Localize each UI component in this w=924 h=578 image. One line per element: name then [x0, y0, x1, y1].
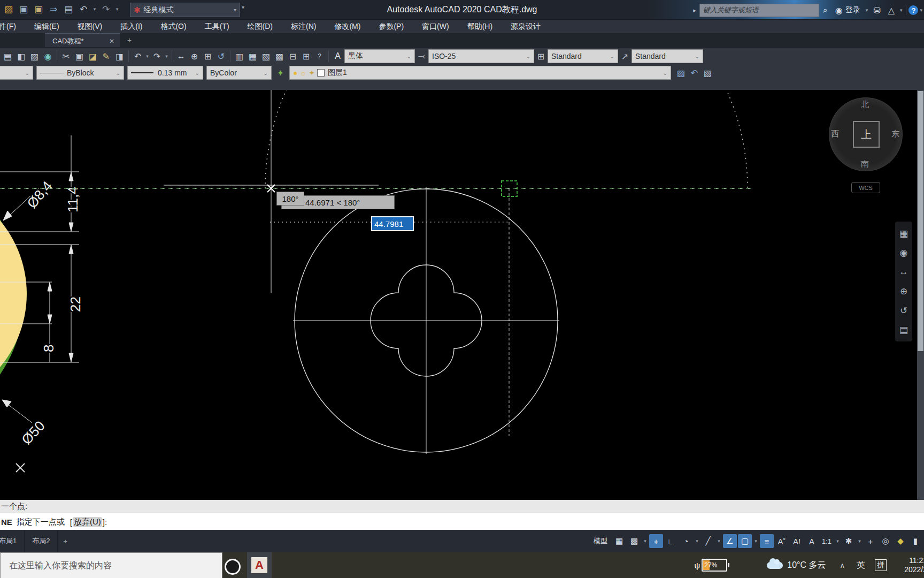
layer-properties-icon[interactable]: ✦: [274, 66, 287, 80]
workspace-switcher[interactable]: ✱ 经典模式 ▾: [130, 3, 240, 17]
undo-dropdown[interactable]: ▾: [92, 2, 97, 16]
app-store-cart-icon[interactable]: ⛁: [873, 5, 880, 16]
close-icon[interactable]: ✕: [109, 37, 120, 45]
menu-edit[interactable]: 编辑(E): [25, 20, 68, 34]
undo-icon[interactable]: ↶: [131, 49, 144, 63]
help-icon[interactable]: ?: [908, 5, 918, 15]
collapse-arrow-icon[interactable]: ▸: [693, 7, 696, 14]
menu-format[interactable]: 格式(O): [151, 20, 195, 34]
signin-dropdown-icon[interactable]: ▾: [866, 7, 868, 13]
wcs-badge[interactable]: WCS: [851, 182, 880, 193]
customization-dropdown[interactable]: ▾: [857, 534, 863, 548]
ortho-icon[interactable]: ∟: [664, 534, 678, 548]
menu-window[interactable]: 窗口(W): [413, 20, 458, 34]
table-style-dropdown[interactable]: Standard⌄: [548, 49, 618, 63]
menu-help[interactable]: 帮助(H): [458, 20, 502, 34]
layer-on-bulb-icon[interactable]: ●: [293, 69, 297, 77]
weather-widget[interactable]: 10°C 多云: [787, 560, 826, 571]
isodraft-dropdown[interactable]: ▾: [716, 534, 722, 548]
viewcube[interactable]: 北 西 东 南 上: [829, 97, 903, 171]
model-space-button[interactable]: 模型: [589, 534, 612, 548]
cortana-icon[interactable]: [225, 559, 241, 575]
polar-dropdown[interactable]: ▾: [694, 534, 700, 548]
redo-icon[interactable]: ↷: [150, 49, 164, 63]
menu-tools[interactable]: 工具(T): [196, 20, 238, 34]
dim-style-dropdown[interactable]: ISO-25⌄: [428, 49, 534, 63]
viewcube-top-face[interactable]: 上: [853, 121, 880, 148]
file-tab[interactable]: CAD教程* ✕: [45, 33, 120, 48]
osnap-icon[interactable]: ▢: [738, 534, 752, 548]
search-button[interactable]: ⌕: [823, 5, 828, 15]
crosshair-size-icon[interactable]: +: [864, 534, 877, 548]
menu-parametric[interactable]: 参数(P): [369, 20, 413, 34]
redo-icon[interactable]: ↷: [99, 2, 112, 16]
osnap-tracking-icon[interactable]: ∠: [723, 534, 737, 548]
plot-icon[interactable]: ▤: [62, 2, 75, 16]
layer-dropdown[interactable]: ● ☼ ✦ 图层1 ⌄: [289, 66, 671, 80]
tab-layout2[interactable]: 布局2: [25, 530, 58, 552]
customization-icon[interactable]: ✱: [842, 534, 856, 548]
design-center-icon[interactable]: ▦: [246, 49, 259, 63]
dynamic-input-icon[interactable]: +: [649, 534, 663, 548]
menu-yuanquan[interactable]: 源泉设计: [502, 20, 550, 34]
snap-icon[interactable]: ▩: [627, 534, 641, 548]
menu-view[interactable]: 视图(V): [68, 20, 112, 34]
snap-dropdown[interactable]: ▾: [642, 534, 648, 548]
zoom-realtime-icon[interactable]: ⊕: [188, 49, 201, 63]
taskbar-autocad-button[interactable]: A: [247, 552, 272, 578]
infocenter-search-input[interactable]: 键入关键字或短语: [699, 4, 819, 17]
help-dropdown-icon[interactable]: ▾: [920, 7, 922, 13]
export-icon[interactable]: ⇒: [47, 2, 60, 16]
menu-insert[interactable]: 插入(I): [111, 20, 151, 34]
help-icon[interactable]: ?: [313, 49, 326, 63]
properties-palette-icon[interactable]: ▥: [233, 49, 246, 63]
mleader-style-dropdown[interactable]: Standard⌄: [632, 49, 703, 63]
annotation-scale-value[interactable]: 1:1: [820, 534, 834, 548]
ime-language-indicator[interactable]: 英: [857, 560, 865, 571]
plot-preview-icon[interactable]: ◧: [14, 49, 28, 63]
annotation-visibility-icon[interactable]: A˚: [775, 534, 789, 548]
taskbar-clock[interactable]: 11:21 2022/2: [895, 556, 924, 574]
signin-button[interactable]: ◉ 登录: [835, 5, 860, 16]
redo-dropdown[interactable]: ▾: [114, 2, 120, 16]
osnap-dropdown[interactable]: ▾: [753, 534, 759, 548]
redo-dropdown[interactable]: ▾: [164, 49, 170, 63]
app-dropdown-icon[interactable]: ▾: [900, 7, 903, 13]
command-input-line[interactable]: NE 指定下一点或 [ 放弃(U) ]:: [0, 513, 924, 530]
undo-dropdown[interactable]: ▾: [144, 49, 150, 63]
battery-indicator[interactable]: ψ 27%: [695, 559, 730, 572]
add-layout-button[interactable]: +: [58, 537, 73, 545]
paste-icon[interactable]: ◪: [86, 49, 99, 63]
3d-print-icon[interactable]: ◉: [41, 49, 55, 63]
tab-layout1[interactable]: 布局1: [0, 530, 25, 552]
lineweight-icon[interactable]: ≡: [760, 534, 774, 548]
color-control-dropdown[interactable]: ⌄: [0, 66, 33, 80]
menu-file[interactable]: 件(F): [0, 20, 25, 34]
autodesk-app-icon[interactable]: △: [888, 5, 895, 16]
viewcube-north[interactable]: 北: [861, 100, 869, 110]
tool-palettes-icon[interactable]: ▧: [259, 49, 273, 63]
markup-icon[interactable]: ⊟: [286, 49, 299, 63]
open-file-icon[interactable]: ▨: [2, 2, 15, 16]
layer-lock-icon[interactable]: ✦: [309, 69, 315, 77]
viewcube-home-icon[interactable]: ▦: [897, 224, 911, 243]
grid-icon[interactable]: ▦: [612, 534, 626, 548]
zoom-window-icon[interactable]: ⊞: [201, 49, 214, 63]
print-icon[interactable]: ▤: [1, 49, 14, 63]
undo-icon[interactable]: ↶: [77, 2, 90, 16]
zoom-previous-icon[interactable]: ↺: [214, 49, 228, 63]
layer-previous-icon[interactable]: ↶: [688, 66, 701, 80]
viewcube-south[interactable]: 南: [861, 159, 869, 169]
layer-freeze-sun-icon[interactable]: ☼: [299, 69, 306, 77]
save-icon[interactable]: ▣: [17, 2, 30, 16]
annotation-autoscale-icon[interactable]: A!: [790, 534, 804, 548]
tray-expand-chevron[interactable]: ∧: [840, 561, 845, 569]
lineweight-dropdown[interactable]: 0.13 mm⌄: [127, 66, 203, 80]
sheet-set-manager-icon[interactable]: ▩: [273, 49, 286, 63]
make-object-layer-current-icon[interactable]: ▨: [674, 66, 688, 80]
block-editor-icon[interactable]: ◨: [113, 49, 126, 63]
new-tab-button[interactable]: +: [124, 35, 135, 45]
menu-dimension[interactable]: 标注(N): [282, 20, 325, 34]
viewcube-east[interactable]: 东: [891, 129, 899, 139]
taskbar-search-input[interactable]: 在这里输入你要搜索的内容: [0, 552, 222, 578]
